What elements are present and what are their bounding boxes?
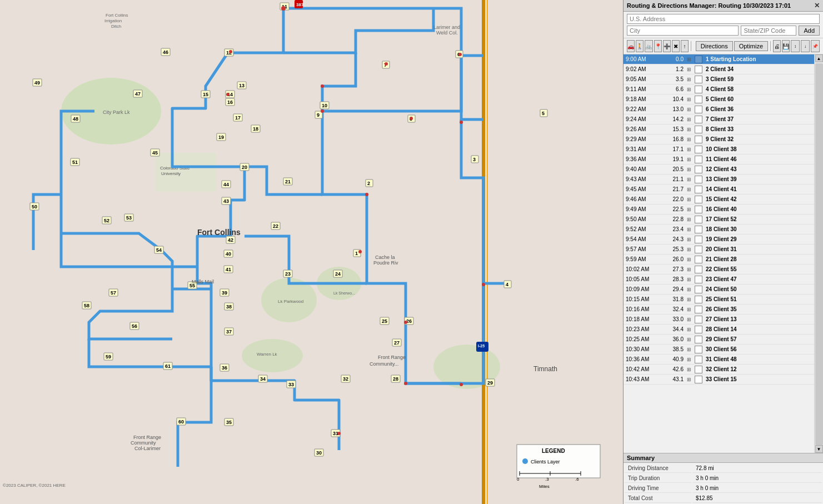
route-expand-21[interactable]: ⊞	[685, 257, 694, 262]
route-expand-17[interactable]: ⊞	[685, 217, 694, 222]
route-list-scroll[interactable]: 9:00 AM0.0⊞1 Starting Location9:02 AM1.2…	[624, 54, 814, 453]
route-list-item-4[interactable]: 9:11 AM6.6⊞4 Client 58	[624, 84, 814, 94]
route-list-item-8[interactable]: 9:26 AM15.3⊞8 Client 33	[624, 124, 814, 134]
route-list-item-7[interactable]: 9:24 AM14.2⊞7 Client 37	[624, 114, 814, 124]
route-list-item-2[interactable]: 9:02 AM1.2⊞2 Client 34	[624, 64, 814, 74]
route-expand-26[interactable]: ⊞	[685, 307, 694, 312]
route-list-item-30[interactable]: 10:30 AM38.5⊞30 Client 56	[624, 345, 814, 355]
svg-text:Clients Layer: Clients Layer	[531, 459, 560, 465]
route-color-1	[695, 56, 702, 63]
route-list-item-13[interactable]: 9:43 AM21.1⊞13 Client 39	[624, 174, 814, 184]
separator-1	[691, 41, 691, 51]
route-expand-18[interactable]: ⊞	[685, 227, 694, 232]
route-list-item-1[interactable]: 9:00 AM0.0⊞1 Starting Location	[624, 54, 814, 64]
svg-point-150	[404, 382, 407, 385]
route-expand-16[interactable]: ⊞	[685, 207, 694, 212]
route-list-item-14[interactable]: 9:45 AM21.7⊞14 Client 41	[624, 184, 814, 194]
route-list-item-18[interactable]: 9:52 AM23.4⊞18 Client 30	[624, 224, 814, 234]
walk-tool-button[interactable]: 🚶	[636, 40, 644, 52]
route-list-item-12[interactable]: 9:40 AM20.5⊞12 Client 43	[624, 164, 814, 174]
route-expand-30[interactable]: ⊞	[685, 347, 694, 352]
route-expand-5[interactable]: ⊞	[685, 97, 694, 102]
route-list-item-28[interactable]: 10:23 AM34.4⊞28 Client 14	[624, 325, 814, 335]
optimize-button[interactable]: Optimize	[734, 41, 768, 51]
route-list-item-3[interactable]: 9:05 AM3.5⊞3 Client 59	[624, 74, 814, 84]
zoom-down-button[interactable]: ↓	[801, 40, 810, 52]
route-expand-9[interactable]: ⊞	[685, 137, 694, 142]
scroll-down-arrow[interactable]: ▼	[815, 445, 823, 453]
route-list-item-19[interactable]: 9:54 AM24.3⊞19 Client 29	[624, 234, 814, 244]
route-expand-6[interactable]: ⊞	[685, 107, 694, 112]
route-expand-31[interactable]: ⊞	[685, 357, 694, 362]
scroll-thumb[interactable]	[815, 63, 823, 445]
state-zip-input[interactable]	[741, 26, 796, 36]
route-tool-button[interactable]: 📍	[654, 40, 662, 52]
route-list-item-20[interactable]: 9:57 AM25.3⊞20 Client 31	[624, 244, 814, 255]
route-list-item-24[interactable]: 10:09 AM29.4⊞24 Client 50	[624, 285, 814, 295]
route-expand-8[interactable]: ⊞	[685, 127, 694, 132]
route-list-item-10[interactable]: 9:31 AM17.1⊞10 Client 38	[624, 144, 814, 154]
delete-tool-button[interactable]: ✖	[672, 40, 680, 52]
route-list-item-9[interactable]: 9:29 AM16.8⊞9 Client 32	[624, 134, 814, 144]
save-button[interactable]: 💾	[782, 40, 790, 52]
svg-text:39: 39	[222, 290, 227, 296]
route-list-item-6[interactable]: 9:22 AM13.0⊞6 Client 36	[624, 104, 814, 114]
move-up-button[interactable]: ↑	[681, 40, 689, 52]
route-expand-4[interactable]: ⊞	[685, 87, 694, 92]
route-list-item-23[interactable]: 10:05 AM28.3⊞23 Client 47	[624, 275, 814, 285]
route-expand-22[interactable]: ⊞	[685, 267, 694, 272]
route-expand-1[interactable]: ⊞	[685, 57, 694, 62]
route-expand-33[interactable]: ⊞	[685, 377, 694, 382]
route-list-item-26[interactable]: 10:16 AM32.4⊞26 Client 35	[624, 305, 814, 315]
car-tool-button[interactable]: 🚗	[627, 40, 635, 52]
route-list-item-27[interactable]: 10:18 AM33.0⊞27 Client 13	[624, 315, 814, 325]
route-expand-23[interactable]: ⊞	[685, 277, 694, 282]
scroll-up-arrow[interactable]: ▲	[815, 54, 823, 62]
route-expand-25[interactable]: ⊞	[685, 297, 694, 302]
route-list-item-32[interactable]: 10:42 AM42.6⊞32 Client 12	[624, 365, 814, 375]
route-list-item-5[interactable]: 9:18 AM10.4⊞5 Client 60	[624, 94, 814, 104]
close-button[interactable]: ✕	[814, 2, 820, 9]
address-input[interactable]	[627, 14, 820, 24]
bike-tool-button[interactable]: 🚲	[645, 40, 652, 52]
locate-button[interactable]: 📌	[811, 40, 820, 52]
route-expand-2[interactable]: ⊞	[685, 67, 694, 72]
route-time-5: 9:18 AM	[624, 96, 662, 103]
add-button[interactable]: Add	[799, 26, 820, 36]
route-expand-20[interactable]: ⊞	[685, 247, 694, 252]
zoom-to-route-button[interactable]: ↕	[791, 40, 800, 52]
route-list-item-17[interactable]: 9:50 AM22.8⊞17 Client 52	[624, 214, 814, 224]
route-list-item-29[interactable]: 10:25 AM36.0⊞29 Client 57	[624, 335, 814, 345]
add-stop-button[interactable]: ➕	[663, 40, 671, 52]
route-list-item-15[interactable]: 9:46 AM22.0⊞15 Client 42	[624, 194, 814, 204]
city-input[interactable]	[627, 26, 739, 36]
route-list-item-25[interactable]: 10:15 AM31.8⊞25 Client 51	[624, 295, 814, 305]
route-list-item-22[interactable]: 10:02 AM27.3⊞22 Client 55	[624, 265, 814, 275]
route-time-8: 9:26 AM	[624, 126, 662, 133]
route-list-item-21[interactable]: 9:59 AM26.0⊞21 Client 28	[624, 255, 814, 265]
route-expand-7[interactable]: ⊞	[685, 117, 694, 122]
route-expand-15[interactable]: ⊞	[685, 197, 694, 202]
route-expand-10[interactable]: ⊞	[685, 147, 694, 152]
map-area[interactable]: City Park Lk Lk Parkwood Lk Sherwo... Wa…	[0, 0, 623, 504]
route-expand-32[interactable]: ⊞	[685, 367, 694, 372]
route-list-item-11[interactable]: 9:36 AM19.1⊞11 Client 46	[624, 154, 814, 164]
route-expand-11[interactable]: ⊞	[685, 157, 694, 162]
svg-text:58: 58	[84, 303, 89, 308]
svg-text:36: 36	[222, 365, 227, 371]
route-expand-12[interactable]: ⊞	[685, 167, 694, 172]
route-list-item-31[interactable]: 10:36 AM40.9⊞31 Client 48	[624, 355, 814, 365]
route-expand-19[interactable]: ⊞	[685, 237, 694, 242]
route-expand-14[interactable]: ⊞	[685, 187, 694, 192]
route-expand-27[interactable]: ⊞	[685, 317, 694, 322]
route-list-item-33[interactable]: 10:43 AM43.1⊞33 Client 15	[624, 375, 814, 385]
scrollbar[interactable]: ▲ ▼	[814, 54, 823, 453]
route-expand-28[interactable]: ⊞	[685, 327, 694, 332]
route-expand-3[interactable]: ⊞	[685, 77, 694, 82]
route-expand-13[interactable]: ⊞	[685, 177, 694, 182]
route-expand-29[interactable]: ⊞	[685, 337, 694, 342]
route-expand-24[interactable]: ⊞	[685, 287, 694, 292]
print-button[interactable]: 🖨	[773, 40, 781, 52]
directions-button[interactable]: Directions	[696, 41, 733, 51]
route-list-item-16[interactable]: 9:49 AM22.5⊞16 Client 40	[624, 204, 814, 214]
